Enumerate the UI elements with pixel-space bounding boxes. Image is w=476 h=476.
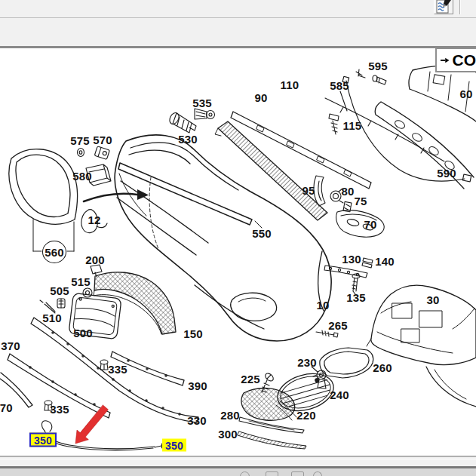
part-label-70[interactable]: 70 xyxy=(364,219,376,230)
top-toolbar-second-row xyxy=(0,19,476,46)
toolbar-separator xyxy=(459,0,461,14)
part-label-30[interactable]: 30 xyxy=(426,294,439,306)
part-label-335[interactable]: 335 xyxy=(50,404,69,415)
part-label-575[interactable]: 575 xyxy=(70,135,90,146)
part-label-135[interactable]: 135 xyxy=(346,292,366,303)
part-label-110[interactable]: 110 xyxy=(281,79,299,91)
part-label-12[interactable]: 12 xyxy=(88,214,100,226)
notepad-pencil-icon xyxy=(435,0,453,14)
part-label-265[interactable]: 265 xyxy=(328,320,348,331)
part-labels-layer: 5955851109060535115575570530580590958075… xyxy=(0,0,476,476)
part-label-300[interactable]: 300 xyxy=(218,428,238,440)
part-label-335[interactable]: 335 xyxy=(108,364,127,375)
part-label-390[interactable]: 390 xyxy=(188,380,207,392)
part-label-240[interactable]: 240 xyxy=(330,389,349,401)
part-label-510[interactable]: 510 xyxy=(42,312,62,324)
part-label-590[interactable]: 590 xyxy=(437,167,456,179)
status-page2-icon[interactable] xyxy=(291,471,304,476)
part-label-330[interactable]: 330 xyxy=(187,415,207,426)
part-label-80[interactable]: 80 xyxy=(341,186,354,197)
part-label-530[interactable]: 530 xyxy=(178,134,198,145)
part-label-515[interactable]: 515 xyxy=(71,276,91,287)
annotation-notes-button[interactable] xyxy=(434,0,453,14)
part-label-280[interactable]: 280 xyxy=(220,410,240,421)
epc-window: 5955851109060535115575570530580590958075… xyxy=(0,0,476,476)
top-toolbar xyxy=(0,0,476,18)
right-arrow-icon xyxy=(441,55,450,66)
status-gap-strip xyxy=(0,459,476,466)
part-label-220[interactable]: 220 xyxy=(296,410,316,421)
part-label-580[interactable]: 580 xyxy=(72,170,92,182)
bottom-toolbar xyxy=(0,468,476,476)
part-label-225[interactable]: 225 xyxy=(241,373,260,385)
part-label-260[interactable]: 260 xyxy=(373,362,392,373)
continuation-box[interactable]: CO xyxy=(435,48,476,72)
part-label-570[interactable]: 570 xyxy=(93,134,112,146)
part-label-130[interactable]: 130 xyxy=(342,253,361,265)
part-label-500[interactable]: 500 xyxy=(73,327,93,339)
part-label-200[interactable]: 200 xyxy=(85,254,105,266)
part-label-550[interactable]: 550 xyxy=(252,228,272,239)
part-label-595[interactable]: 595 xyxy=(368,60,388,72)
part-label-115[interactable]: 115 xyxy=(343,120,362,131)
part-label-370[interactable]: 370 xyxy=(0,402,13,413)
part-label-230[interactable]: 230 xyxy=(297,357,317,368)
part-label-370[interactable]: 370 xyxy=(1,340,20,352)
continuation-label: CO xyxy=(453,51,476,69)
part-label-505[interactable]: 505 xyxy=(50,285,69,296)
part-label-60[interactable]: 60 xyxy=(459,88,472,100)
part-label-150[interactable]: 150 xyxy=(183,328,203,339)
status-page-icon[interactable] xyxy=(266,471,278,476)
part-label-95[interactable]: 95 xyxy=(302,185,315,196)
part-label-90[interactable]: 90 xyxy=(254,92,267,103)
part-label-585[interactable]: 585 xyxy=(330,80,349,91)
status-circle-icon[interactable] xyxy=(240,471,250,476)
part-label-10[interactable]: 10 xyxy=(316,299,329,311)
part-label-140[interactable]: 140 xyxy=(375,256,395,267)
part-label-75[interactable]: 75 xyxy=(354,195,367,207)
status-arc-icon[interactable] xyxy=(313,471,322,476)
part-label-535[interactable]: 535 xyxy=(192,97,212,109)
part-label-350[interactable]: 350 xyxy=(29,433,57,447)
part-label-560[interactable]: 560 xyxy=(42,241,66,263)
part-label-350[interactable]: 350 xyxy=(162,439,186,452)
